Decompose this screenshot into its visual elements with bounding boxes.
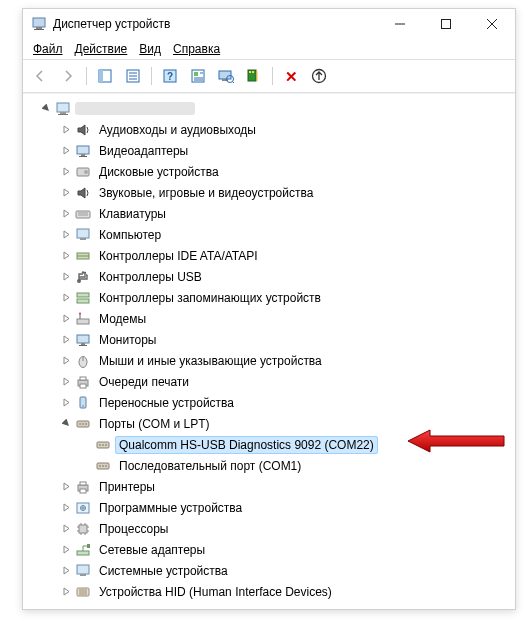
expander-icon[interactable] (59, 480, 73, 494)
category-label: Контроллеры USB (95, 268, 206, 286)
device-tree[interactable]: Аудиовходы и аудиовыходыВидеоадаптерыДис… (23, 93, 515, 609)
action-menu-button[interactable] (185, 63, 211, 89)
tree-root-node[interactable] (39, 98, 515, 119)
tree-category[interactable]: Аудиовходы и аудиовыходы (59, 119, 515, 140)
category-label: Очереди печати (95, 373, 193, 391)
svg-marker-32 (78, 125, 85, 135)
svg-point-75 (105, 465, 107, 467)
toolbar-separator (272, 67, 273, 85)
tree-category[interactable]: Программные устройства (59, 497, 515, 518)
tree-category[interactable]: Процессоры (59, 518, 515, 539)
maximize-button[interactable] (423, 9, 469, 39)
tree-category[interactable]: Звуковые, игровые и видеоустройства (59, 182, 515, 203)
tree-category[interactable]: Контроллеры запоминающих устройств (59, 287, 515, 308)
menu-help[interactable]: Справка (167, 40, 226, 58)
category-label: Устройства HID (Human Interface Devices) (95, 583, 336, 601)
speaker-icon (75, 122, 91, 138)
display-icon (75, 143, 91, 159)
expander-icon[interactable] (59, 249, 73, 263)
tree-device[interactable]: Qualcomm HS-USB Diagnostics 9092 (COM22) (79, 434, 515, 455)
expander-icon[interactable] (59, 144, 73, 158)
svg-rect-31 (58, 114, 68, 115)
category-label: Клавиатуры (95, 205, 170, 223)
svg-rect-50 (77, 293, 89, 297)
category-label: Звуковые, игровые и видеоустройства (95, 184, 317, 202)
minimize-button[interactable] (377, 9, 423, 39)
tree-category[interactable]: Контроллеры USB (59, 266, 515, 287)
svg-rect-20 (219, 71, 231, 79)
svg-point-69 (99, 444, 101, 446)
tree-category[interactable]: Системные устройства (59, 560, 515, 581)
category-label: Контроллеры IDE ATA/ATAPI (95, 247, 262, 265)
expander-icon[interactable] (59, 564, 73, 578)
svg-rect-33 (77, 146, 89, 154)
svg-point-71 (105, 444, 107, 446)
tree-category[interactable]: Переносные устройства (59, 392, 515, 413)
expander-icon[interactable] (59, 417, 73, 431)
desktop-icon (75, 227, 91, 243)
keyboard-icon (75, 206, 91, 222)
tree-category[interactable]: Принтеры (59, 476, 515, 497)
tree-category[interactable]: Сетевые адаптеры (59, 539, 515, 560)
menu-view[interactable]: Вид (133, 40, 167, 58)
svg-rect-34 (81, 154, 85, 156)
close-button[interactable] (469, 9, 515, 39)
back-button[interactable] (27, 63, 53, 89)
expander-icon[interactable] (59, 396, 73, 410)
expander-icon[interactable] (59, 585, 73, 599)
expander-icon[interactable] (59, 270, 73, 284)
expander-icon[interactable] (59, 165, 73, 179)
tree-category[interactable]: Дисковые устройства (59, 161, 515, 182)
expander-icon[interactable] (59, 333, 73, 347)
tree-category[interactable]: Контроллеры IDE ATA/ATAPI (59, 245, 515, 266)
titlebar: Диспетчер устройств (23, 9, 515, 39)
tree-category[interactable]: Устройства HID (Human Interface Devices) (59, 581, 515, 602)
svg-rect-1 (36, 27, 42, 29)
category-label: Системные устройства (95, 562, 232, 580)
expander-icon[interactable] (59, 522, 73, 536)
forward-button[interactable] (55, 63, 81, 89)
tree-category[interactable]: Очереди печати (59, 371, 515, 392)
tree-category[interactable]: Порты (COM и LPT) (59, 413, 515, 434)
hid-icon (75, 584, 91, 600)
svg-rect-4 (442, 20, 451, 29)
printer-icon (75, 374, 91, 390)
scan-hardware-button[interactable] (213, 63, 239, 89)
tree-category[interactable]: Клавиатуры (59, 203, 515, 224)
category-label: Мониторы (95, 331, 160, 349)
expander-icon[interactable] (59, 207, 73, 221)
expander-icon[interactable] (59, 186, 73, 200)
help-button[interactable]: ? (157, 63, 183, 89)
expander-icon[interactable] (59, 123, 73, 137)
tree-category[interactable]: Мыши и иные указывающие устройства (59, 350, 515, 371)
add-legacy-hardware-button[interactable] (241, 63, 267, 89)
mouse-icon (75, 353, 91, 369)
category-label: Аудиовходы и аудиовыходы (95, 121, 260, 139)
tree-category[interactable]: Модемы (59, 308, 515, 329)
menu-action[interactable]: Действие (69, 40, 134, 58)
svg-rect-60 (80, 377, 86, 380)
expander-icon[interactable] (59, 228, 73, 242)
expander-icon[interactable] (59, 543, 73, 557)
svg-rect-93 (80, 574, 86, 576)
uninstall-device-button[interactable]: ✕ (278, 63, 304, 89)
update-driver-button[interactable] (306, 63, 332, 89)
menu-file[interactable]: Файл (27, 40, 69, 58)
tree-device[interactable]: Последовательный порт (COM1) (79, 455, 515, 476)
tree-category[interactable]: Мониторы (59, 329, 515, 350)
modem-icon (75, 311, 91, 327)
svg-point-74 (102, 465, 104, 467)
expander-icon[interactable] (39, 102, 53, 116)
expander-icon[interactable] (59, 354, 73, 368)
show-hide-console-tree-button[interactable] (92, 63, 118, 89)
svg-rect-42 (77, 229, 89, 238)
expander-icon[interactable] (59, 501, 73, 515)
window-title: Диспетчер устройств (53, 17, 170, 31)
expander-icon[interactable] (59, 375, 73, 389)
expander-icon[interactable] (59, 291, 73, 305)
computer-name-blurred (75, 102, 195, 115)
tree-category[interactable]: Видеоадаптеры (59, 140, 515, 161)
tree-category[interactable]: Компьютер (59, 224, 515, 245)
expander-icon[interactable] (59, 312, 73, 326)
properties-button[interactable] (120, 63, 146, 89)
